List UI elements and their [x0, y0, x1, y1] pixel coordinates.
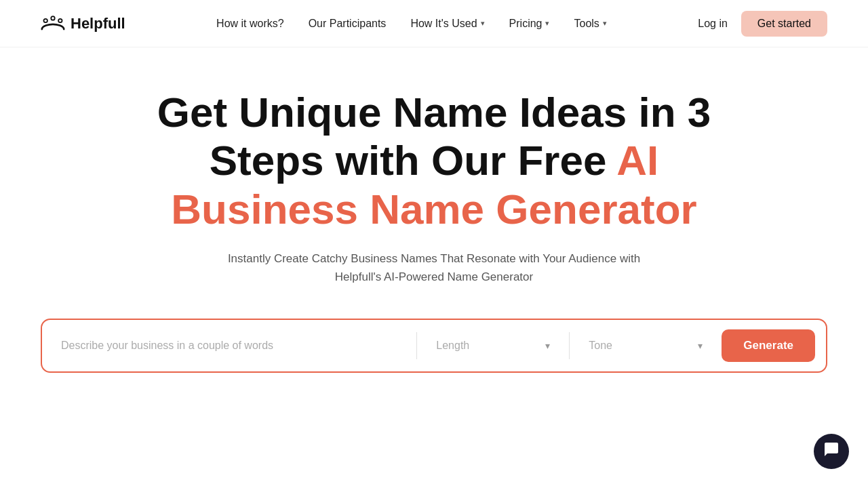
- chat-widget[interactable]: [814, 434, 849, 469]
- get-started-button[interactable]: Get started: [741, 11, 827, 37]
- hero-title-highlight2: Business Name Generator: [171, 186, 696, 232]
- logo-icon: [41, 14, 65, 33]
- nav-label-pricing: Pricing: [509, 18, 542, 30]
- hero-subtitle: Instantly Create Catchy Business Names T…: [224, 249, 644, 286]
- nav-item-how-its-used[interactable]: How It's Used ▾: [410, 18, 484, 30]
- business-description-input[interactable]: [53, 334, 408, 357]
- nav-label-our-participants: Our Participants: [309, 18, 387, 30]
- nav-item-our-participants[interactable]: Our Participants: [309, 18, 387, 30]
- generate-button[interactable]: Generate: [722, 329, 815, 362]
- chevron-down-icon-length: ▾: [545, 340, 550, 351]
- divider-length: [416, 332, 417, 359]
- chevron-down-icon: ▾: [481, 19, 485, 28]
- logo-text: Helpfull: [71, 15, 125, 33]
- svg-point-4: [52, 17, 54, 20]
- nav-item-tools[interactable]: Tools ▾: [574, 18, 606, 30]
- chevron-down-icon-tools: ▾: [603, 19, 607, 28]
- nav-label-how-it-works: How it works?: [216, 18, 284, 30]
- navbar-nav: How it works? Our Participants How It's …: [216, 18, 607, 30]
- nav-label-how-its-used: How It's Used: [410, 18, 477, 30]
- chevron-down-icon-tone: ▾: [698, 340, 703, 351]
- login-button[interactable]: Log in: [698, 18, 728, 30]
- tone-dropdown[interactable]: Tone ▾: [578, 334, 713, 357]
- svg-point-5: [59, 19, 62, 22]
- hero-title-line2: Steps with Our Free: [210, 137, 617, 184]
- hero-section: Get Unique Name Ideas in 3 Steps with Ou…: [0, 47, 868, 400]
- length-dropdown-label: Length: [436, 340, 469, 352]
- hero-title-highlight1: AI: [616, 137, 658, 184]
- hero-title-line1: Get Unique Name Ideas in 3: [157, 89, 711, 136]
- nav-item-pricing[interactable]: Pricing ▾: [509, 18, 550, 30]
- generator-form: Length ▾ Tone ▾ Generate: [41, 319, 827, 373]
- length-dropdown[interactable]: Length ▾: [425, 334, 561, 357]
- logo-link[interactable]: Helpfull: [41, 14, 125, 33]
- chat-icon: [823, 441, 840, 462]
- chevron-down-icon-pricing: ▾: [545, 19, 549, 28]
- nav-label-tools: Tools: [574, 18, 599, 30]
- navbar: Helpfull How it works? Our Participants …: [0, 0, 868, 47]
- svg-point-3: [44, 19, 47, 22]
- divider-tone: [569, 332, 570, 359]
- hero-title: Get Unique Name Ideas in 3 Steps with Ou…: [157, 88, 711, 233]
- nav-item-how-it-works[interactable]: How it works?: [216, 18, 284, 30]
- navbar-actions: Log in Get started: [698, 11, 827, 37]
- tone-dropdown-label: Tone: [589, 340, 612, 352]
